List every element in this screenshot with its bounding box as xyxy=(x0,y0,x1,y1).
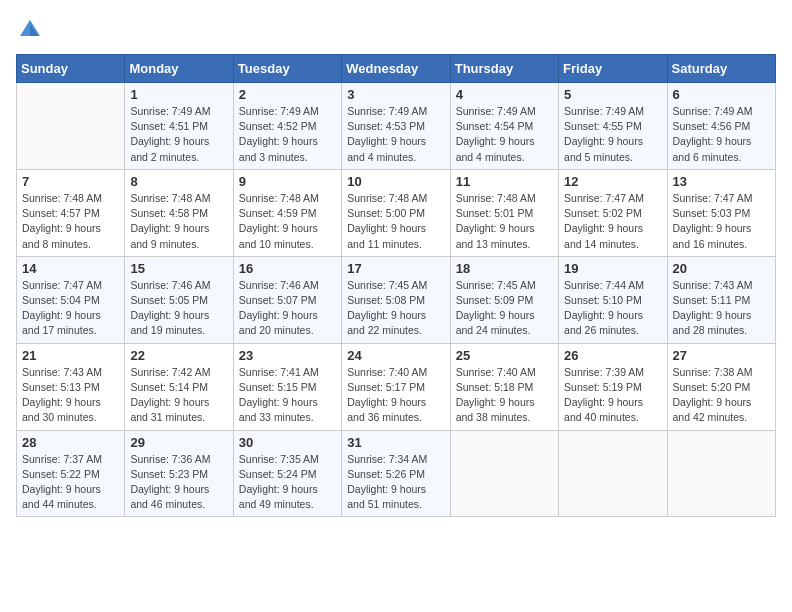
day-cell xyxy=(559,430,667,517)
week-row-1: 7Sunrise: 7:48 AM Sunset: 4:57 PM Daylig… xyxy=(17,169,776,256)
day-number: 12 xyxy=(564,174,661,189)
header-cell-sunday: Sunday xyxy=(17,55,125,83)
day-cell: 22Sunrise: 7:42 AM Sunset: 5:14 PM Dayli… xyxy=(125,343,233,430)
day-number: 18 xyxy=(456,261,553,276)
day-cell: 16Sunrise: 7:46 AM Sunset: 5:07 PM Dayli… xyxy=(233,256,341,343)
day-cell: 14Sunrise: 7:47 AM Sunset: 5:04 PM Dayli… xyxy=(17,256,125,343)
day-info: Sunrise: 7:43 AM Sunset: 5:11 PM Dayligh… xyxy=(673,278,770,339)
day-info: Sunrise: 7:38 AM Sunset: 5:20 PM Dayligh… xyxy=(673,365,770,426)
day-number: 1 xyxy=(130,87,227,102)
day-number: 2 xyxy=(239,87,336,102)
day-number: 6 xyxy=(673,87,770,102)
day-cell: 2Sunrise: 7:49 AM Sunset: 4:52 PM Daylig… xyxy=(233,83,341,170)
day-number: 30 xyxy=(239,435,336,450)
day-cell: 12Sunrise: 7:47 AM Sunset: 5:02 PM Dayli… xyxy=(559,169,667,256)
week-row-3: 21Sunrise: 7:43 AM Sunset: 5:13 PM Dayli… xyxy=(17,343,776,430)
day-info: Sunrise: 7:49 AM Sunset: 4:54 PM Dayligh… xyxy=(456,104,553,165)
header-cell-wednesday: Wednesday xyxy=(342,55,450,83)
day-number: 17 xyxy=(347,261,444,276)
calendar-table: SundayMondayTuesdayWednesdayThursdayFrid… xyxy=(16,54,776,517)
day-number: 22 xyxy=(130,348,227,363)
day-info: Sunrise: 7:34 AM Sunset: 5:26 PM Dayligh… xyxy=(347,452,444,513)
day-number: 15 xyxy=(130,261,227,276)
day-info: Sunrise: 7:48 AM Sunset: 5:00 PM Dayligh… xyxy=(347,191,444,252)
day-cell xyxy=(450,430,558,517)
day-number: 4 xyxy=(456,87,553,102)
day-info: Sunrise: 7:48 AM Sunset: 5:01 PM Dayligh… xyxy=(456,191,553,252)
day-info: Sunrise: 7:36 AM Sunset: 5:23 PM Dayligh… xyxy=(130,452,227,513)
week-row-4: 28Sunrise: 7:37 AM Sunset: 5:22 PM Dayli… xyxy=(17,430,776,517)
day-info: Sunrise: 7:49 AM Sunset: 4:56 PM Dayligh… xyxy=(673,104,770,165)
day-cell: 17Sunrise: 7:45 AM Sunset: 5:08 PM Dayli… xyxy=(342,256,450,343)
day-number: 27 xyxy=(673,348,770,363)
day-info: Sunrise: 7:37 AM Sunset: 5:22 PM Dayligh… xyxy=(22,452,119,513)
day-number: 8 xyxy=(130,174,227,189)
header-row: SundayMondayTuesdayWednesdayThursdayFrid… xyxy=(17,55,776,83)
day-cell: 10Sunrise: 7:48 AM Sunset: 5:00 PM Dayli… xyxy=(342,169,450,256)
week-row-2: 14Sunrise: 7:47 AM Sunset: 5:04 PM Dayli… xyxy=(17,256,776,343)
day-info: Sunrise: 7:43 AM Sunset: 5:13 PM Dayligh… xyxy=(22,365,119,426)
day-number: 5 xyxy=(564,87,661,102)
day-info: Sunrise: 7:47 AM Sunset: 5:04 PM Dayligh… xyxy=(22,278,119,339)
day-cell: 24Sunrise: 7:40 AM Sunset: 5:17 PM Dayli… xyxy=(342,343,450,430)
day-info: Sunrise: 7:35 AM Sunset: 5:24 PM Dayligh… xyxy=(239,452,336,513)
header-cell-thursday: Thursday xyxy=(450,55,558,83)
day-cell: 6Sunrise: 7:49 AM Sunset: 4:56 PM Daylig… xyxy=(667,83,775,170)
day-number: 14 xyxy=(22,261,119,276)
day-number: 3 xyxy=(347,87,444,102)
week-row-0: 1Sunrise: 7:49 AM Sunset: 4:51 PM Daylig… xyxy=(17,83,776,170)
logo xyxy=(16,16,48,44)
day-info: Sunrise: 7:49 AM Sunset: 4:53 PM Dayligh… xyxy=(347,104,444,165)
day-cell: 20Sunrise: 7:43 AM Sunset: 5:11 PM Dayli… xyxy=(667,256,775,343)
day-info: Sunrise: 7:42 AM Sunset: 5:14 PM Dayligh… xyxy=(130,365,227,426)
day-number: 19 xyxy=(564,261,661,276)
day-cell: 18Sunrise: 7:45 AM Sunset: 5:09 PM Dayli… xyxy=(450,256,558,343)
day-number: 24 xyxy=(347,348,444,363)
day-info: Sunrise: 7:48 AM Sunset: 4:57 PM Dayligh… xyxy=(22,191,119,252)
day-number: 16 xyxy=(239,261,336,276)
day-cell: 30Sunrise: 7:35 AM Sunset: 5:24 PM Dayli… xyxy=(233,430,341,517)
day-cell: 5Sunrise: 7:49 AM Sunset: 4:55 PM Daylig… xyxy=(559,83,667,170)
day-cell: 31Sunrise: 7:34 AM Sunset: 5:26 PM Dayli… xyxy=(342,430,450,517)
day-info: Sunrise: 7:40 AM Sunset: 5:17 PM Dayligh… xyxy=(347,365,444,426)
header-cell-tuesday: Tuesday xyxy=(233,55,341,83)
day-cell: 28Sunrise: 7:37 AM Sunset: 5:22 PM Dayli… xyxy=(17,430,125,517)
day-info: Sunrise: 7:46 AM Sunset: 5:05 PM Dayligh… xyxy=(130,278,227,339)
day-info: Sunrise: 7:49 AM Sunset: 4:52 PM Dayligh… xyxy=(239,104,336,165)
day-number: 23 xyxy=(239,348,336,363)
day-cell: 23Sunrise: 7:41 AM Sunset: 5:15 PM Dayli… xyxy=(233,343,341,430)
header-cell-saturday: Saturday xyxy=(667,55,775,83)
day-cell: 7Sunrise: 7:48 AM Sunset: 4:57 PM Daylig… xyxy=(17,169,125,256)
calendar-header: SundayMondayTuesdayWednesdayThursdayFrid… xyxy=(17,55,776,83)
day-info: Sunrise: 7:45 AM Sunset: 5:08 PM Dayligh… xyxy=(347,278,444,339)
day-cell: 1Sunrise: 7:49 AM Sunset: 4:51 PM Daylig… xyxy=(125,83,233,170)
logo-icon xyxy=(16,16,44,44)
day-number: 31 xyxy=(347,435,444,450)
day-number: 11 xyxy=(456,174,553,189)
day-info: Sunrise: 7:48 AM Sunset: 4:58 PM Dayligh… xyxy=(130,191,227,252)
day-number: 28 xyxy=(22,435,119,450)
day-number: 21 xyxy=(22,348,119,363)
day-cell: 21Sunrise: 7:43 AM Sunset: 5:13 PM Dayli… xyxy=(17,343,125,430)
day-number: 25 xyxy=(456,348,553,363)
page-header xyxy=(16,16,776,44)
day-info: Sunrise: 7:40 AM Sunset: 5:18 PM Dayligh… xyxy=(456,365,553,426)
header-cell-monday: Monday xyxy=(125,55,233,83)
day-cell: 15Sunrise: 7:46 AM Sunset: 5:05 PM Dayli… xyxy=(125,256,233,343)
day-number: 29 xyxy=(130,435,227,450)
day-cell: 25Sunrise: 7:40 AM Sunset: 5:18 PM Dayli… xyxy=(450,343,558,430)
day-cell xyxy=(17,83,125,170)
day-number: 26 xyxy=(564,348,661,363)
day-cell xyxy=(667,430,775,517)
day-info: Sunrise: 7:48 AM Sunset: 4:59 PM Dayligh… xyxy=(239,191,336,252)
day-info: Sunrise: 7:49 AM Sunset: 4:55 PM Dayligh… xyxy=(564,104,661,165)
day-info: Sunrise: 7:39 AM Sunset: 5:19 PM Dayligh… xyxy=(564,365,661,426)
day-number: 9 xyxy=(239,174,336,189)
day-cell: 3Sunrise: 7:49 AM Sunset: 4:53 PM Daylig… xyxy=(342,83,450,170)
day-number: 10 xyxy=(347,174,444,189)
day-number: 20 xyxy=(673,261,770,276)
day-cell: 13Sunrise: 7:47 AM Sunset: 5:03 PM Dayli… xyxy=(667,169,775,256)
day-cell: 19Sunrise: 7:44 AM Sunset: 5:10 PM Dayli… xyxy=(559,256,667,343)
day-cell: 9Sunrise: 7:48 AM Sunset: 4:59 PM Daylig… xyxy=(233,169,341,256)
day-info: Sunrise: 7:46 AM Sunset: 5:07 PM Dayligh… xyxy=(239,278,336,339)
